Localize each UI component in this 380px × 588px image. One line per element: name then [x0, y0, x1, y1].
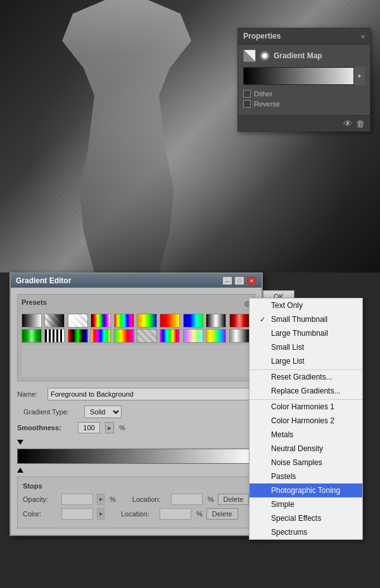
preset-swatch-11[interactable]	[22, 329, 42, 343]
gradient-editor-title: Gradient Editor	[16, 276, 71, 285]
menu-item-small-list[interactable]: Small List	[250, 340, 362, 354]
opacity-location-label: Location:	[132, 495, 167, 503]
preset-swatch-2[interactable]	[44, 314, 65, 328]
gradient-dropdown-button[interactable]: ▼	[353, 67, 365, 85]
menu-item-replace-gradients[interactable]: Replace Gradients...	[250, 384, 362, 398]
color-stop-left[interactable]	[17, 465, 23, 473]
menu-label-large-thumbnail: Large Thumbnail	[271, 329, 328, 338]
dither-row: Dither	[243, 90, 365, 98]
properties-content: Gradient Map ▼ Dither Reverse	[238, 44, 370, 115]
reverse-row: Reverse	[243, 100, 365, 108]
preset-swatch-8[interactable]	[183, 314, 203, 328]
properties-menu-button[interactable]: ≡	[361, 33, 365, 40]
opacity-location-input[interactable]	[171, 494, 203, 505]
preset-swatch-9[interactable]	[206, 314, 226, 328]
dither-label: Dither	[254, 90, 272, 98]
menu-item-large-thumbnail[interactable]: Large Thumbnail	[250, 326, 362, 340]
properties-header: Properties ≡	[238, 29, 370, 44]
menu-item-text-only[interactable]: Text Only	[250, 298, 362, 312]
menu-label-small-list: Small List	[271, 343, 304, 352]
preset-swatch-13[interactable]	[68, 329, 88, 343]
opacity-unit: %	[110, 495, 116, 503]
menu-item-small-thumbnail[interactable]: ✓Small Thumbnail	[250, 312, 362, 326]
menu-item-metals[interactable]: Metals	[250, 428, 362, 442]
menu-item-color-harmonies-1[interactable]: Color Harmonies 1	[250, 399, 362, 414]
preset-swatch-16[interactable]	[137, 329, 157, 343]
color-row: Color: ▶ Location: % Delete	[23, 508, 250, 520]
menu-item-large-list[interactable]: Large List	[250, 354, 362, 368]
menu-item-simple[interactable]: Simple	[250, 497, 362, 511]
preset-swatch-17[interactable]	[160, 329, 180, 343]
presets-empty-area	[22, 345, 251, 377]
menu-item-reset-gradients[interactable]: Reset Gradients...	[250, 369, 362, 384]
opacity-stops-row	[17, 440, 255, 447]
preset-swatch-1[interactable]	[22, 314, 42, 328]
name-input[interactable]	[48, 388, 255, 400]
preset-swatch-4[interactable]	[91, 314, 111, 328]
opacity-input[interactable]	[61, 494, 93, 505]
preset-swatch-7[interactable]	[160, 314, 180, 328]
reverse-checkbox[interactable]	[243, 100, 251, 108]
context-menu: Text Only✓Small ThumbnailLarge Thumbnail…	[249, 298, 363, 540]
menu-label-neutral-density: Neutral Density	[271, 444, 323, 453]
menu-item-noise-samples[interactable]: Noise Samples	[250, 456, 362, 470]
menu-item-special-effects[interactable]: Special Effects	[250, 511, 362, 525]
preset-swatch-3[interactable]	[68, 314, 88, 328]
color-input[interactable]	[61, 508, 93, 520]
preset-swatch-10[interactable]	[229, 314, 250, 328]
gradient-bar[interactable]	[17, 449, 255, 464]
menu-label-simple: Simple	[271, 500, 294, 509]
gradient-map-label: Gradient Map	[274, 51, 322, 60]
smoothness-label: Smoothness:	[17, 424, 73, 431]
preset-swatch-14[interactable]	[91, 329, 111, 343]
preset-swatch-20[interactable]	[229, 329, 250, 343]
name-row: Name:	[17, 388, 255, 400]
layer-icon	[243, 49, 256, 62]
menu-label-photographic-toning: Photographic Toning	[271, 486, 340, 495]
preset-swatch-15[interactable]	[114, 329, 134, 343]
smoothness-input[interactable]	[78, 422, 100, 433]
presets-grid	[22, 314, 251, 343]
presets-label: Presets	[22, 298, 47, 306]
preset-swatch-18[interactable]	[183, 329, 203, 343]
color-location-label: Location:	[121, 510, 156, 518]
menu-label-special-effects: Special Effects	[271, 514, 321, 523]
color-stops-row	[17, 465, 255, 473]
menu-label-spectrums: Spectrums	[271, 528, 307, 537]
maximize-button[interactable]: □	[234, 276, 244, 285]
gradient-type-select[interactable]: Solid Noise	[84, 406, 122, 418]
menu-item-color-harmonies-2[interactable]: Color Harmonies 2	[250, 414, 362, 428]
name-label: Name:	[17, 390, 42, 398]
menu-label-replace-gradients: Replace Gradients...	[271, 387, 340, 395]
menu-checkmark-small-thumbnail: ✓	[260, 316, 267, 324]
smoothness-arrow[interactable]: ▶	[105, 422, 114, 433]
menu-item-neutral-density[interactable]: Neutral Density	[250, 442, 362, 456]
menu-label-noise-samples: Noise Samples	[271, 458, 322, 467]
color-delete-button[interactable]: Delete	[206, 508, 238, 520]
gradient-type-label: Gradient Type:	[23, 408, 79, 416]
stops-label: Stops	[23, 482, 250, 490]
opacity-delete-button[interactable]: Delete	[218, 494, 250, 505]
opacity-stop-left[interactable]	[17, 440, 23, 447]
color-location-input[interactable]	[160, 508, 191, 520]
visibility-icon[interactable]: 👁	[343, 118, 352, 129]
preset-swatch-12[interactable]	[44, 329, 65, 343]
gradient-preview-bar[interactable]	[243, 67, 365, 85]
color-arrow[interactable]: ▶	[97, 508, 104, 520]
delete-layer-icon[interactable]: 🗑	[356, 118, 365, 129]
gradient-preview-container[interactable]: ▼	[243, 67, 365, 85]
properties-panel: Properties ≡ Gradient Map ▼ Dither Rever…	[238, 28, 370, 132]
opacity-arrow[interactable]: ▶	[97, 494, 104, 505]
preset-swatch-6[interactable]	[137, 314, 157, 328]
menu-item-photographic-toning[interactable]: Photographic Toning	[250, 483, 362, 497]
menu-item-spectrums[interactable]: Spectrums	[250, 525, 362, 539]
opacity-row: Opacity: ▶ % Location: % Delete	[23, 494, 250, 505]
reverse-label: Reverse	[254, 100, 280, 108]
minimize-button[interactable]: —	[222, 276, 232, 285]
preset-swatch-5[interactable]	[114, 314, 134, 328]
menu-item-pastels[interactable]: Pastels	[250, 470, 362, 483]
close-button[interactable]: ✕	[246, 276, 256, 285]
presets-section: Presets ⚙	[17, 294, 255, 381]
dither-checkbox[interactable]	[243, 90, 251, 98]
preset-swatch-19[interactable]	[206, 329, 226, 343]
